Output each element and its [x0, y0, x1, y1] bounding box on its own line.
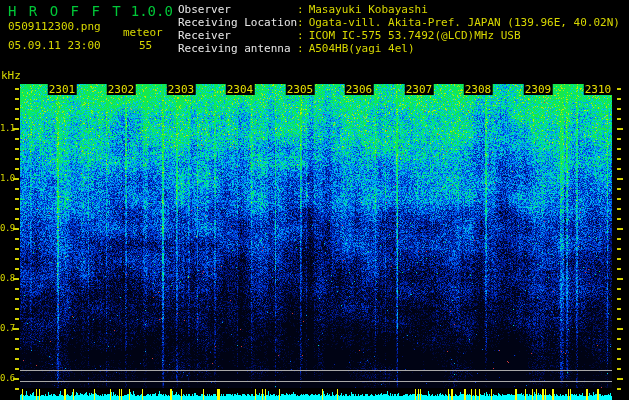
time-label: 2301 — [48, 84, 77, 95]
info-colon: : — [297, 16, 304, 29]
info-row-observer: Observer:Masayuki Kobayashi — [178, 3, 620, 16]
time-label: 2303 — [167, 84, 196, 95]
time-label: 2306 — [345, 84, 374, 95]
time-label: 2309 — [524, 84, 553, 95]
time-label: 2305 — [286, 84, 315, 95]
hrofft-window: H R O F F T1.0.0 0509112300.png meteor 0… — [0, 0, 629, 400]
freq-label: 0.6 — [0, 373, 14, 383]
time-label: 2310 — [584, 84, 613, 95]
freq-label: 0.9 — [0, 223, 14, 233]
info-label: Observer — [178, 3, 297, 16]
freq-label: 1.0 — [0, 173, 14, 183]
info-value: Ogata-vill. Akita-Pref. JAPAN (139.96E, … — [309, 16, 620, 29]
time-label: 2304 — [226, 84, 255, 95]
info-colon: : — [297, 42, 304, 55]
app-title-row: H R O F F T1.0.0 — [8, 3, 173, 19]
app-title: H R O F F T — [8, 3, 123, 19]
spectrogram-canvas — [0, 0, 629, 400]
filename-label: 0509112300.png — [8, 20, 101, 33]
app-version: 1.0.0 — [131, 3, 173, 19]
freq-label: 0.8 — [0, 273, 14, 283]
info-row-location: Receiving Location:Ogata-vill. Akita-Pre… — [178, 16, 620, 29]
freq-label: 0.7 — [0, 323, 14, 333]
info-label: Receiving Location — [178, 16, 297, 29]
info-row-antenna: Receiving antenna:A504HB(yagi 4el) — [178, 42, 620, 55]
info-value: A504HB(yagi 4el) — [309, 42, 415, 55]
info-label: Receiver — [178, 29, 297, 42]
datetime-label: 05.09.11 23:00 — [8, 39, 101, 52]
info-value: ICOM IC-575 53.7492(@LCD)MHz USB — [309, 29, 521, 42]
station-info: Observer:Masayuki Kobayashi Receiving Lo… — [178, 3, 620, 55]
time-label: 2307 — [405, 84, 434, 95]
echo-count: 55 — [139, 39, 152, 52]
freq-label: 1.1 — [0, 123, 14, 133]
info-label: Receiving antenna — [178, 42, 297, 55]
info-value: Masayuki Kobayashi — [309, 3, 428, 16]
khz-axis-label: kHz — [1, 69, 21, 82]
mode-label: meteor — [123, 26, 163, 39]
info-colon: : — [297, 29, 304, 42]
time-label: 2302 — [107, 84, 136, 95]
time-label: 2308 — [464, 84, 493, 95]
info-colon: : — [297, 3, 304, 16]
info-row-receiver: Receiver:ICOM IC-575 53.7492(@LCD)MHz US… — [178, 29, 620, 42]
